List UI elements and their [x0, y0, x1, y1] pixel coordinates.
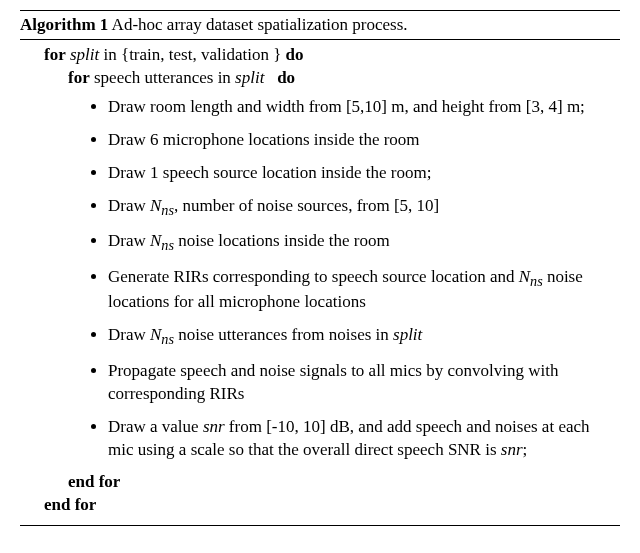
step-item: Propagate speech and noise signals to al… — [108, 360, 620, 406]
var-sub: ns — [161, 332, 174, 348]
step-item: Generate RIRs corresponding to speech so… — [108, 266, 620, 314]
step-item: Draw 1 speech source location inside the… — [108, 162, 620, 185]
algorithm-title: Ad-hoc array dataset spatialization proc… — [112, 15, 408, 34]
step-item: Draw a value snr from [-10, 10] dB, and … — [108, 416, 620, 462]
var-N: N — [150, 196, 161, 215]
var-snr: snr — [501, 440, 523, 459]
var-N: N — [519, 267, 530, 286]
for-inner: for speech utterances in split do — [20, 67, 620, 90]
endfor-keyword: end for — [68, 472, 120, 491]
steps-list: Draw room length and width from [5,10] m… — [20, 96, 620, 462]
var-split: split — [393, 325, 422, 344]
algorithm-block: Algorithm 1 Ad-hoc array dataset spatial… — [20, 10, 620, 526]
step-text: Propagate speech and noise signals to al… — [108, 361, 558, 403]
step-item: Draw room length and width from [5,10] m… — [108, 96, 620, 119]
step-text: Draw — [108, 231, 150, 250]
do-keyword: do — [286, 45, 304, 64]
var-sub: ns — [530, 273, 543, 289]
step-text: Draw — [108, 325, 150, 344]
for-outer: for split in {train, test, validation } … — [20, 44, 620, 67]
endfor-outer: end for — [20, 494, 620, 517]
step-item: Draw Nns noise locations inside the room — [108, 230, 620, 256]
for-range: in {train, test, validation } — [104, 45, 286, 64]
step-text: Draw — [108, 196, 150, 215]
endfor-inner: end for — [20, 471, 620, 494]
step-text: Draw 6 microphone locations inside the r… — [108, 130, 420, 149]
for-keyword: for — [44, 45, 66, 64]
algorithm-body: for split in {train, test, validation } … — [20, 40, 620, 525]
step-text: Draw 1 speech source location inside the… — [108, 163, 431, 182]
for-var: split — [70, 45, 99, 64]
for-inner-text: speech utterances in — [94, 68, 235, 87]
step-text: Generate RIRs corresponding to speech so… — [108, 267, 519, 286]
var-snr: snr — [203, 417, 225, 436]
bottom-rule — [20, 525, 620, 526]
step-item: Draw Nns noise utterances from noises in… — [108, 324, 620, 350]
var-sub: ns — [161, 202, 174, 218]
algorithm-title-line: Algorithm 1 Ad-hoc array dataset spatial… — [20, 11, 620, 39]
for-keyword: for — [68, 68, 90, 87]
endfor-keyword: end for — [44, 495, 96, 514]
for-inner-var: split — [235, 68, 264, 87]
step-text: Draw room length and width from [5,10] m… — [108, 97, 585, 116]
step-text: noise utterances from noises in — [174, 325, 393, 344]
var-sub: ns — [161, 238, 174, 254]
step-item: Draw Nns, number of noise sources, from … — [108, 195, 620, 221]
algorithm-number: Algorithm 1 — [20, 15, 108, 34]
step-text: , number of noise sources, from [5, 10] — [174, 196, 439, 215]
do-keyword: do — [277, 68, 295, 87]
step-item: Draw 6 microphone locations inside the r… — [108, 129, 620, 152]
step-text: ; — [523, 440, 528, 459]
var-N: N — [150, 231, 161, 250]
var-N: N — [150, 325, 161, 344]
step-text: noise locations inside the room — [174, 231, 390, 250]
step-text: Draw a value — [108, 417, 203, 436]
